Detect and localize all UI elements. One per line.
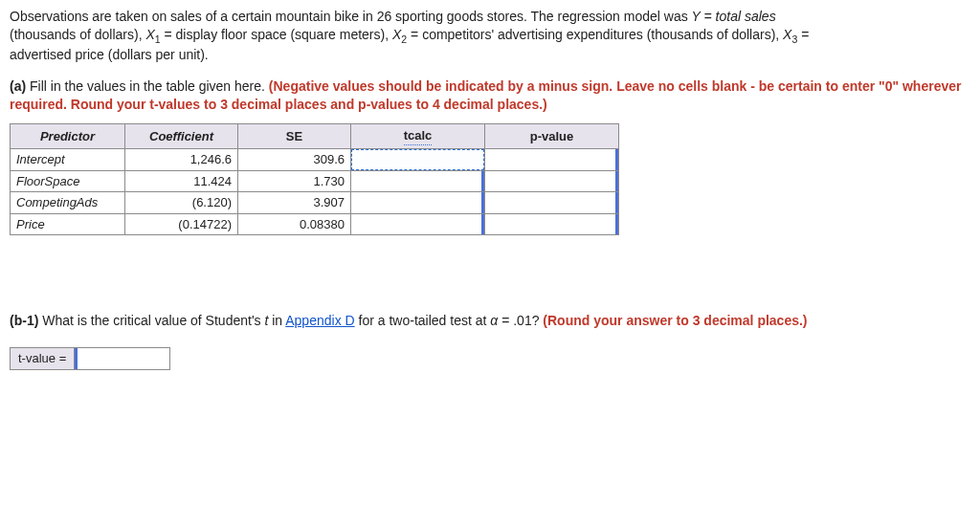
cell-se: 0.08380 [238,213,351,235]
regression-table: Predictor Coefficient SE tcalc p-value I… [10,123,619,236]
cell-se: 3.907 [238,192,351,214]
cell-coef: (0.14722) [125,213,238,235]
col-predictor: Predictor [11,123,125,149]
cell-se: 1.730 [238,170,351,192]
appendix-d-link[interactable]: Appendix D [285,313,354,328]
cell-se: 309.6 [238,149,351,171]
tcalc-input-floorspace[interactable] [351,171,484,192]
col-se: SE [238,123,351,149]
col-coefficient: Coefficient [125,123,238,149]
tvalue-label: t-value = [11,348,75,370]
x1-def: = display floor space (square meters), [161,27,392,42]
part-b1-prompt: (b-1) What is the critical value of Stud… [10,312,970,330]
cell-coef: (6.120) [125,192,238,214]
problem-intro: Observations are taken on sales of a cer… [10,8,970,64]
table-row: Intercept 1,246.6 309.6 [11,149,619,171]
part-a-text: Fill in the values in the table given he… [26,78,269,94]
tcalc-input-price[interactable] [351,214,484,235]
table-row: FloorSpace 11.424 1.730 [11,170,619,192]
tvalue-input[interactable] [75,348,169,369]
pvalue-input-price[interactable] [485,214,618,235]
x3-def: = [797,27,809,42]
pvalue-input-intercept[interactable] [485,149,618,170]
row-label-price: Price [11,213,125,235]
y-eq: Y = total sales [692,9,776,24]
tcalc-input-competingads[interactable] [351,192,484,213]
pvalue-input-competingads[interactable] [485,192,618,213]
table-header-row: Predictor Coefficient SE tcalc p-value [11,123,619,149]
b1-instructions: (Round your answer to 3 decimal places.) [543,313,807,328]
b1-text2: in [268,313,285,328]
row-label-intercept: Intercept [11,149,125,171]
col-tcalc: tcalc [351,123,485,149]
cell-coef: 11.424 [125,170,238,192]
col-pvalue: p-value [485,123,619,149]
cell-coef: 1,246.6 [125,149,238,171]
intro-text-1: Observations are taken on sales of a cer… [10,9,692,24]
b1-text3: for a two-tailed test at [355,313,491,328]
x1: X [145,27,154,42]
part-a-tag: (a) [10,78,26,94]
alpha-val: = .01? [498,313,543,328]
table-row: CompetingAds (6.120) 3.907 [11,192,619,214]
row-label-floorspace: FloorSpace [11,170,125,192]
x2: X [392,27,401,42]
row-label-competingads: CompetingAds [11,192,125,214]
b1-text1: What is the critical value of Student's [38,313,264,328]
table-row: Price (0.14722) 0.08380 [11,213,619,235]
part-b1-tag: (b-1) [10,313,38,328]
intro-text-3: advertised price (dollars per unit). [10,47,209,62]
x2-def: = competitors' advertising expenditures … [407,27,783,42]
part-a-prompt: (a) Fill in the values in the table give… [10,77,970,114]
tcalc-input-intercept[interactable] [351,149,484,170]
pvalue-input-floorspace[interactable] [485,171,618,192]
tvalue-table: t-value = [10,347,170,370]
intro-text-2: (thousands of dollars), [10,27,145,42]
